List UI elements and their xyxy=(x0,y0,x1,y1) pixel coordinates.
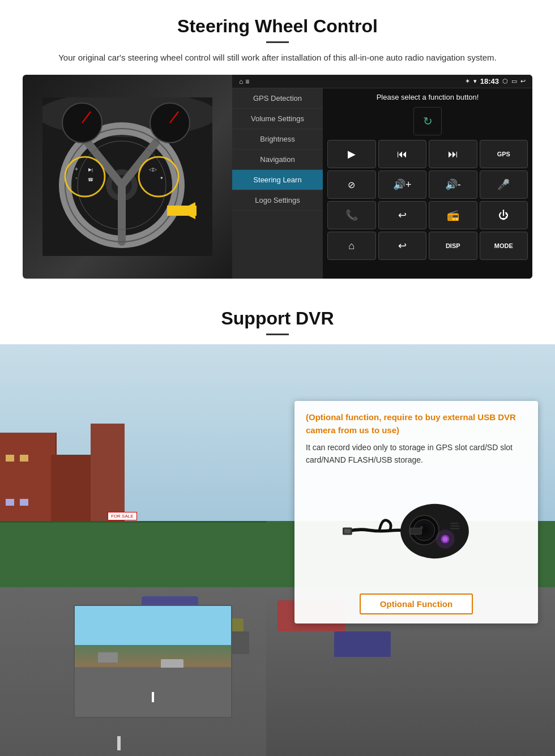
expand-icon: ⬡ xyxy=(502,78,508,85)
thumb-car-2 xyxy=(161,659,183,668)
prev-btn[interactable]: ⏮ xyxy=(378,140,427,168)
next-icon: ⏭ xyxy=(448,148,458,160)
next-btn[interactable]: ⏭ xyxy=(429,140,477,168)
menu-item-logo[interactable]: Logo Settings xyxy=(232,190,323,211)
radio-icon: 📻 xyxy=(447,209,459,221)
svg-rect-25 xyxy=(344,529,351,533)
ui-menu: GPS Detection Volume Settings Brightness… xyxy=(232,88,323,279)
car-right-2 xyxy=(334,631,391,657)
window-icon: ▭ xyxy=(511,78,517,85)
menu-status-icon: ≡ xyxy=(245,78,249,86)
steering-divider xyxy=(266,41,289,43)
vol-up-btn[interactable]: 🔊+ xyxy=(378,170,427,199)
for-sale-sign: FOR SALE xyxy=(108,512,137,520)
disp-btn[interactable]: DISP xyxy=(429,232,477,260)
steering-wheel-photo: + - ▶| ☎ ◁▷ ✦ xyxy=(23,75,232,279)
ui-functions-panel: Please select a function button! ↻ ▶ ⏮ ⏭ xyxy=(323,88,532,279)
dvr-title: Support DVR xyxy=(23,308,532,329)
dvr-description-text: It can record video only to storage in G… xyxy=(306,441,527,467)
menu-item-brightness[interactable]: Brightness xyxy=(232,129,323,150)
dvr-camera-svg xyxy=(343,480,490,582)
phone-icon: 📞 xyxy=(345,209,358,221)
phone-btn[interactable]: 📞 xyxy=(327,201,376,229)
dvr-divider xyxy=(266,334,289,335)
func-grid: ▶ ⏮ ⏭ GPS ⊘ 🔊+ 🔊- 🎤 📞 ↩ 📻 ⏻ xyxy=(327,140,528,260)
home-status-icon: ⌂ xyxy=(239,78,243,86)
mute-btn[interactable]: ⊘ xyxy=(327,170,376,199)
window-2 xyxy=(20,455,28,462)
back-icon: ↩ xyxy=(398,209,407,221)
radio-btn[interactable]: 📻 xyxy=(429,201,477,229)
svg-text:✦: ✦ xyxy=(160,176,164,181)
thumb-road xyxy=(75,667,231,717)
svg-point-34 xyxy=(436,529,454,548)
optional-function-button[interactable]: Optional Function xyxy=(360,593,473,614)
mic-icon: 🎤 xyxy=(497,178,510,191)
dvr-info-box: (Optional function, require to buy exter… xyxy=(294,401,538,623)
power-icon: ⏻ xyxy=(498,210,509,221)
gps-label: GPS xyxy=(497,151,510,157)
ui-main-area: GPS Detection Volume Settings Brightness… xyxy=(232,88,532,279)
dvr-scene-right-bg: (Optional function, require to buy exter… xyxy=(266,344,555,756)
vol-up-icon: 🔊+ xyxy=(393,178,412,191)
thumb-car-1 xyxy=(98,652,118,663)
bluetooth-icon: ✶ xyxy=(465,78,470,85)
power-btn[interactable]: ⏻ xyxy=(480,201,528,229)
steering-title: Steering Wheel Control xyxy=(23,16,532,37)
svg-text:-: - xyxy=(75,174,77,181)
status-bar: ⌂ ≡ ✶ ▾ 18:43 ⬡ ▭ ↩ xyxy=(232,75,532,88)
vegetation-strip xyxy=(0,521,266,587)
undo-icon: ↩ xyxy=(398,240,407,252)
vol-down-btn[interactable]: 🔊- xyxy=(429,170,477,199)
dvr-camera-image xyxy=(306,475,527,588)
dvr-section: Support DVR xyxy=(0,296,555,756)
play-btn[interactable]: ▶ xyxy=(327,140,376,168)
status-left-icons: ⌂ ≡ xyxy=(239,78,249,86)
home-icon: ⌂ xyxy=(348,240,355,252)
menu-item-steering-learn[interactable]: Steering Learn xyxy=(232,170,323,190)
window-3 xyxy=(6,499,14,506)
mode-btn[interactable]: MODE xyxy=(480,232,528,260)
home-btn[interactable]: ⌂ xyxy=(327,232,376,260)
menu-item-volume[interactable]: Volume Settings xyxy=(232,109,323,129)
dvr-thumbnail xyxy=(74,605,232,718)
svg-rect-19 xyxy=(167,206,197,216)
steering-image-container: + - ▶| ☎ ◁▷ ✦ xyxy=(23,75,532,279)
svg-text:☎: ☎ xyxy=(88,177,93,182)
dvr-thumbnail-inner xyxy=(75,606,231,717)
prev-icon: ⏮ xyxy=(397,148,407,160)
svg-rect-38 xyxy=(410,528,421,534)
steering-wheel-svg: + - ▶| ☎ ◁▷ ✦ xyxy=(42,97,212,256)
steering-subtitle: Your original car's steering wheel contr… xyxy=(51,51,504,65)
refresh-btn[interactable]: ↻ xyxy=(413,107,442,135)
dvr-bg-area: FOR SALE xyxy=(0,344,555,756)
mode-label: MODE xyxy=(494,242,513,249)
wifi-icon: ▾ xyxy=(473,78,477,85)
status-time: 18:43 xyxy=(480,77,499,86)
refresh-icon: ↻ xyxy=(423,114,433,128)
menu-item-gps-detection[interactable]: GPS Detection xyxy=(232,88,323,109)
back-status-icon: ↩ xyxy=(520,78,526,85)
disp-label: DISP xyxy=(446,242,460,249)
undo-btn[interactable]: ↩ xyxy=(378,232,427,260)
vol-down-icon: 🔊- xyxy=(445,178,461,191)
svg-text:◁▷: ◁▷ xyxy=(149,166,157,172)
android-ui-panel: ⌂ ≡ ✶ ▾ 18:43 ⬡ ▭ ↩ GPS Detection xyxy=(232,75,532,279)
gps-btn[interactable]: GPS xyxy=(480,140,528,168)
window-1 xyxy=(6,455,14,462)
svg-text:▶|: ▶| xyxy=(88,167,93,172)
dvr-title-area: Support DVR xyxy=(0,296,555,344)
mute-icon: ⊘ xyxy=(348,180,355,190)
dvr-optional-text: (Optional function, require to buy exter… xyxy=(306,411,527,437)
menu-item-navigation[interactable]: Navigation xyxy=(232,150,323,170)
mic-btn[interactable]: 🎤 xyxy=(480,170,528,199)
play-icon: ▶ xyxy=(348,148,356,160)
road-mark-3 xyxy=(117,736,121,750)
back-btn[interactable]: ↩ xyxy=(378,201,427,229)
steering-section: Steering Wheel Control Your original car… xyxy=(0,0,555,290)
window-4 xyxy=(20,499,28,506)
svg-text:+: + xyxy=(75,166,78,172)
ui-prompt-text: Please select a function button! xyxy=(327,93,528,101)
thumb-road-mark xyxy=(152,692,154,702)
refresh-row: ↻ xyxy=(327,107,528,135)
